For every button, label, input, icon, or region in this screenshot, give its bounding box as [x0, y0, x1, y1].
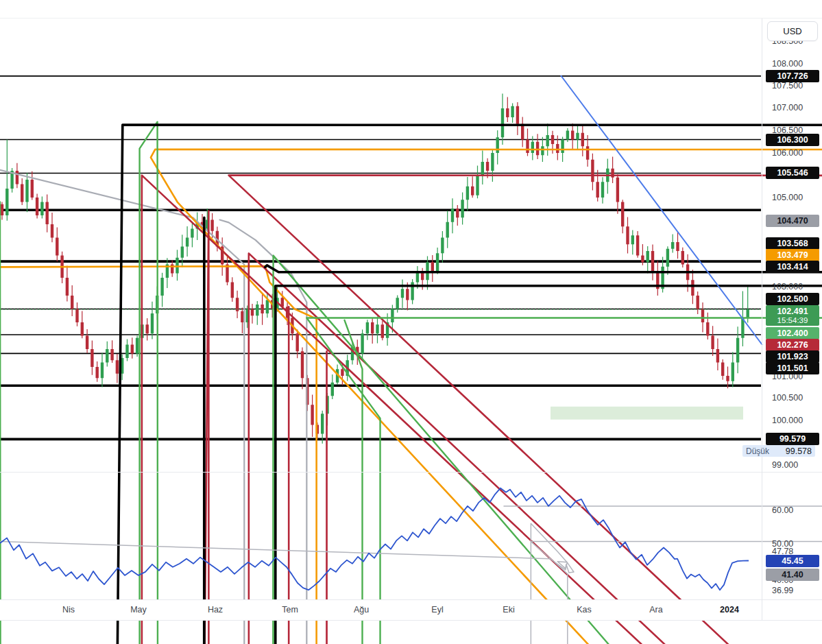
price-axis-label: 106.000	[772, 148, 803, 158]
price-axis-label: 103.000	[772, 282, 803, 291]
price-axis-label: 99.000	[772, 460, 798, 470]
time-axis-label-Ağu: Ağu	[354, 605, 369, 615]
ma-orange-line[interactable]	[0, 150, 822, 644]
price-badge-102.500: 102.500	[766, 293, 819, 305]
price-axis-label: 100.000	[772, 416, 803, 425]
price-axis-label: 107.500	[772, 81, 803, 91]
session-low-marker: Düşük 99.578	[742, 445, 815, 457]
price-badge-107.726: 107.726	[766, 70, 819, 82]
price-badge-101.501: 101.501	[766, 362, 819, 374]
time-axis-label-Eki: Eki	[503, 605, 514, 615]
time-axis-label-Kas: Kas	[577, 605, 592, 615]
price-axis-label: 100.500	[772, 393, 803, 403]
time-axis-label-Tem: Tem	[282, 605, 298, 615]
highlight-zone	[551, 407, 743, 420]
rsi-badge-41.40: 41.40	[766, 569, 819, 581]
price-badge-101.923: 101.923	[766, 350, 819, 363]
ma-gray-line[interactable]	[0, 170, 306, 644]
currency-label: USD	[783, 26, 801, 36]
candles-up-layer	[5, 94, 749, 444]
time-axis[interactable]: NisMayHazTemAğuEylEkiKasAra2024	[0, 600, 762, 620]
rsi-badge-45.45: 45.45	[766, 555, 819, 567]
price-badge-103.414: 103.414	[766, 261, 819, 273]
price-badge-103.479: 103.479	[766, 249, 819, 261]
time-axis-label-May: May	[130, 605, 147, 615]
rsi-axis-label: 36.99	[772, 586, 793, 595]
pane-separator[interactable]	[0, 472, 822, 473]
price-axis-label: 107.000	[772, 103, 803, 112]
price-badge-102.491: 102.49115:54:39	[766, 305, 819, 326]
price-badge-105.546: 105.546	[766, 167, 819, 179]
price-axis-label: 108.000	[772, 59, 803, 69]
price-badge-102.400: 102.400	[766, 327, 819, 339]
price-badge-106.300: 106.300	[766, 134, 819, 146]
low-marker-label: Düşük	[746, 446, 769, 456]
time-axis-label-Ara: Ara	[649, 605, 662, 615]
time-axis-label-Eyl: Eyl	[431, 605, 443, 615]
chart-canvas[interactable]	[0, 0, 822, 644]
rsi-axis-label: 60.00	[772, 505, 793, 515]
time-axis-label-Nis: Nis	[62, 605, 75, 615]
price-badge-102.276: 102.276	[766, 339, 819, 351]
rsi-line[interactable]	[0, 488, 749, 591]
time-axis-label-2024: 2024	[720, 605, 739, 615]
low-marker-value: 99.578	[786, 446, 812, 456]
price-axis-label: 105.000	[772, 193, 803, 202]
trading-chart-app: 108.500108.000107.500107.000106.500106.0…	[0, 0, 822, 644]
bottom-separator	[0, 620, 822, 621]
time-axis-label-Haz: Haz	[208, 605, 223, 615]
price-badge-104.470: 104.470	[766, 215, 819, 227]
price-badge-103.568: 103.568	[766, 237, 819, 250]
candles-down-layer	[1, 97, 729, 439]
currency-selector-button[interactable]: USD	[767, 21, 818, 41]
price-axis[interactable]: 108.500108.000107.500107.000106.500106.0…	[762, 19, 822, 620]
price-badge-99.579: 99.579	[766, 433, 819, 445]
